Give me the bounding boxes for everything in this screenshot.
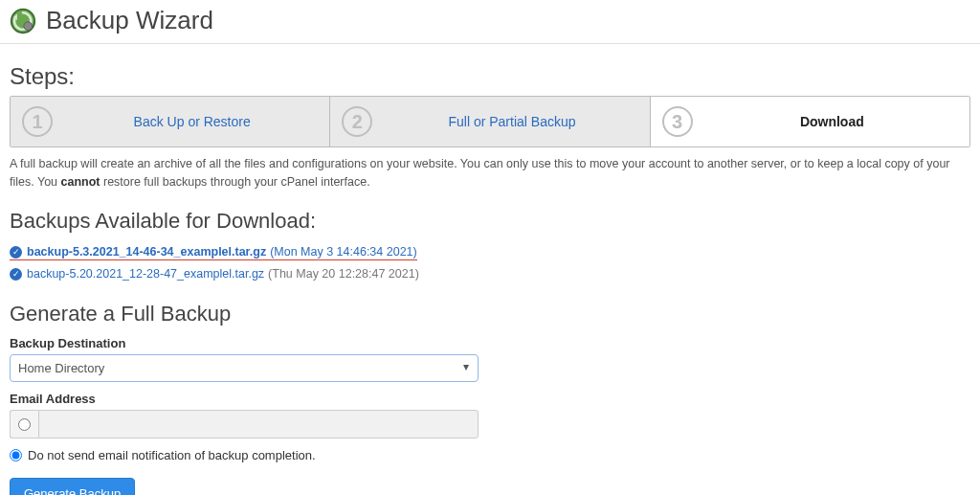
step-number-icon: 1 bbox=[22, 106, 53, 137]
no-email-label: Do not send email notification of backup… bbox=[28, 448, 316, 462]
page-title: Backup Wizard bbox=[46, 6, 213, 35]
step-backup-or-restore[interactable]: 1 Back Up or Restore bbox=[11, 97, 330, 146]
page-header: Backup Wizard bbox=[0, 0, 980, 44]
backup-destination-label: Backup Destination bbox=[10, 336, 970, 350]
backup-date: (Mon May 3 14:46:34 2021) bbox=[270, 245, 417, 259]
description-text: A full backup will create an archive of … bbox=[10, 155, 970, 191]
backup-list: backup-5.3.2021_14-46-34_examplel.tar.gz… bbox=[10, 241, 970, 285]
backup-file-link[interactable]: backup-5.3.2021_14-46-34_examplel.tar.gz bbox=[27, 245, 266, 259]
backup-item[interactable]: backup-5.20.2021_12-28-47_examplel.tar.g… bbox=[10, 263, 970, 284]
steps-tabs: 1 Back Up or Restore 2 Full or Partial B… bbox=[10, 96, 970, 147]
step-label: Download bbox=[706, 114, 958, 129]
no-email-radio[interactable] bbox=[10, 449, 22, 461]
backup-destination-select[interactable]: Home Directory bbox=[10, 354, 479, 382]
step-number-icon: 2 bbox=[342, 106, 372, 137]
step-label: Back Up or Restore bbox=[66, 114, 318, 129]
check-icon bbox=[10, 246, 22, 259]
backup-item[interactable]: backup-5.3.2021_14-46-34_examplel.tar.gz… bbox=[10, 241, 417, 260]
step-full-or-partial[interactable]: 2 Full or Partial Backup bbox=[330, 97, 650, 146]
email-address-label: Email Address bbox=[10, 392, 970, 406]
backups-available-heading: Backups Available for Download: bbox=[10, 209, 970, 234]
generate-full-backup-heading: Generate a Full Backup bbox=[10, 302, 970, 326]
backup-file-link[interactable]: backup-5.20.2021_12-28-47_examplel.tar.g… bbox=[27, 267, 264, 281]
steps-heading: Steps: bbox=[10, 63, 970, 90]
send-email-radio[interactable] bbox=[18, 418, 31, 431]
step-label: Full or Partial Backup bbox=[386, 114, 637, 129]
generate-backup-button[interactable]: Generate Backup bbox=[10, 478, 135, 495]
backup-date: (Thu May 20 12:28:47 2021) bbox=[268, 267, 419, 281]
step-download[interactable]: 3 Download bbox=[651, 97, 969, 146]
email-radio-box bbox=[10, 410, 38, 439]
step-number-icon: 3 bbox=[662, 106, 693, 137]
check-icon bbox=[10, 268, 22, 281]
svg-point-2 bbox=[24, 21, 33, 30]
backup-wizard-icon bbox=[10, 8, 36, 34]
email-input[interactable] bbox=[38, 410, 479, 439]
